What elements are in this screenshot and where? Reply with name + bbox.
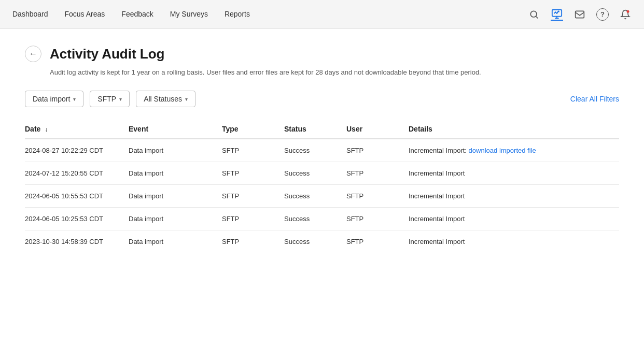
nav-reports[interactable]: Reports [225, 10, 250, 19]
nav-dashboard[interactable]: Dashboard [12, 10, 48, 19]
column-status: Status [284, 120, 346, 139]
cell-user: SFTP [346, 139, 409, 162]
table-row: 2024-08-27 10:22:29 CDTData importSFTPSu… [25, 139, 619, 162]
audit-table: Date ↓ Event Type Status User Details 20… [25, 120, 619, 253]
sort-arrow-icon: ↓ [45, 126, 48, 133]
cell-date: 2024-06-05 10:55:53 CDT [25, 185, 129, 208]
mail-icon[interactable] [573, 8, 586, 21]
sftp-filter[interactable]: SFTP ▾ [90, 91, 130, 107]
cell-details: Incremental Import [409, 230, 619, 253]
page-title: Activity Audit Log [50, 46, 164, 62]
cell-details: Incremental Import [409, 185, 619, 208]
all-statuses-chevron-icon: ▾ [185, 96, 188, 102]
cell-type: SFTP [222, 208, 284, 230]
cell-details: Incremental Import [409, 208, 619, 230]
sftp-chevron-icon: ▾ [119, 96, 122, 102]
cell-details: Incremental Import: download imported fi… [409, 139, 619, 162]
cell-type: SFTP [222, 139, 284, 162]
table-row: 2024-07-12 15:20:55 CDTData importSFTPSu… [25, 162, 619, 185]
table-row: 2023-10-30 14:58:39 CDTData importSFTPSu… [25, 230, 619, 253]
svg-rect-3 [576, 11, 584, 18]
top-navigation: Dashboard Focus Areas Feedback My Survey… [0, 0, 644, 29]
column-details: Details [409, 120, 619, 139]
download-imported-file-link[interactable]: download imported file [469, 147, 536, 154]
cell-user: SFTP [346, 185, 409, 208]
nav-links: Dashboard Focus Areas Feedback My Survey… [12, 10, 250, 19]
cell-event: Data import [129, 230, 222, 253]
page-header: ← Activity Audit Log [25, 46, 619, 62]
cell-type: SFTP [222, 230, 284, 253]
cell-status: Success [284, 139, 346, 162]
svg-line-1 [536, 16, 538, 18]
all-statuses-label: All Statuses [144, 95, 182, 103]
svg-point-4 [627, 10, 629, 12]
nav-feedback[interactable]: Feedback [121, 10, 153, 19]
table-header-row: Date ↓ Event Type Status User Details [25, 120, 619, 139]
cell-date: 2024-06-05 10:25:53 CDT [25, 208, 129, 230]
table-row: 2024-06-05 10:55:53 CDTData importSFTPSu… [25, 185, 619, 208]
analytics-icon[interactable] [551, 8, 563, 21]
cell-date: 2024-07-12 15:20:55 CDT [25, 162, 129, 185]
cell-date: 2023-10-30 14:58:39 CDT [25, 230, 129, 253]
cell-event: Data import [129, 208, 222, 230]
nav-my-surveys[interactable]: My Surveys [170, 10, 208, 19]
nav-icons: ? [528, 8, 632, 21]
back-button[interactable]: ← [25, 46, 41, 62]
table-row: 2024-06-05 10:25:53 CDTData importSFTPSu… [25, 208, 619, 230]
cell-event: Data import [129, 162, 222, 185]
cell-user: SFTP [346, 230, 409, 253]
clear-all-filters-button[interactable]: Clear All Filters [570, 95, 619, 103]
cell-type: SFTP [222, 162, 284, 185]
data-import-label: Data import [33, 95, 70, 103]
cell-type: SFTP [222, 185, 284, 208]
sftp-label: SFTP [97, 95, 116, 103]
main-content: ← Activity Audit Log Audit log activity … [0, 29, 644, 269]
data-import-filter[interactable]: Data import ▾ [25, 91, 83, 107]
column-event: Event [129, 120, 222, 139]
cell-event: Data import [129, 185, 222, 208]
column-type: Type [222, 120, 284, 139]
data-import-chevron-icon: ▾ [73, 96, 76, 102]
column-date[interactable]: Date ↓ [25, 120, 129, 139]
cell-user: SFTP [346, 208, 409, 230]
cell-status: Success [284, 208, 346, 230]
search-icon[interactable] [528, 8, 540, 21]
cell-status: Success [284, 230, 346, 253]
page-subtitle: Audit log activity is kept for 1 year on… [50, 68, 619, 76]
cell-status: Success [284, 162, 346, 185]
cell-details: Incremental Import [409, 162, 619, 185]
help-icon[interactable]: ? [596, 8, 609, 21]
cell-status: Success [284, 185, 346, 208]
nav-focus-areas[interactable]: Focus Areas [65, 10, 105, 19]
column-user: User [346, 120, 409, 139]
cell-event: Data import [129, 139, 222, 162]
cell-user: SFTP [346, 162, 409, 185]
notification-icon[interactable] [619, 8, 632, 21]
all-statuses-filter[interactable]: All Statuses ▾ [136, 91, 195, 107]
cell-date: 2024-08-27 10:22:29 CDT [25, 139, 129, 162]
svg-point-0 [530, 11, 537, 17]
filters-row: Data import ▾ SFTP ▾ All Statuses ▾ Clea… [25, 91, 619, 107]
